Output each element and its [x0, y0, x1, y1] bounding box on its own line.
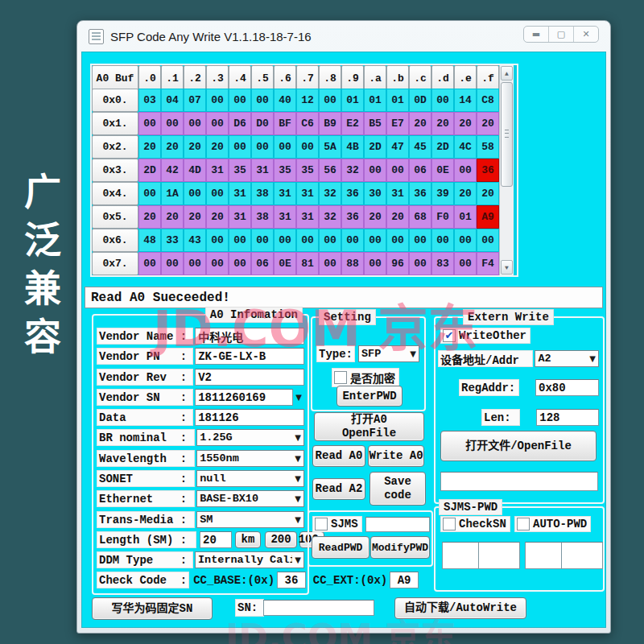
hex-cell[interactable]: 32: [319, 182, 341, 205]
hex-cell[interactable]: 20: [206, 205, 229, 229]
hex-cell[interactable]: 04: [161, 89, 184, 112]
chevron-down-icon[interactable]: ▼: [293, 393, 304, 402]
hex-cell[interactable]: C6: [296, 112, 319, 135]
hex-cell[interactable]: 20: [184, 205, 206, 229]
hex-cell[interactable]: 00: [296, 135, 319, 159]
hex-cell[interactable]: 32: [341, 159, 364, 182]
type-combobox[interactable]: SFP ▼: [358, 345, 419, 362]
hex-cell[interactable]: 31: [229, 205, 251, 229]
sn-input[interactable]: [263, 600, 374, 616]
hex-cell[interactable]: 00: [206, 112, 229, 135]
hex-cell[interactable]: 20: [364, 205, 386, 229]
field-combobox[interactable]: null▼: [196, 470, 304, 487]
encrypt-checkbox[interactable]: [334, 371, 347, 384]
hex-cell[interactable]: 36: [409, 182, 431, 205]
hex-cell[interactable]: 00: [409, 229, 431, 252]
read-a2-button[interactable]: Read A2: [312, 478, 365, 500]
close-icon[interactable]: ✕: [573, 27, 598, 42]
hex-cell[interactable]: 0E: [431, 159, 454, 182]
hex-cell[interactable]: 20: [184, 135, 206, 159]
read-pwd-button[interactable]: ReadPWD: [312, 536, 369, 559]
hex-cell[interactable]: 00: [386, 229, 409, 252]
hex-cell[interactable]: 00: [229, 89, 251, 112]
hex-cell[interactable]: 12: [296, 89, 319, 112]
field-combobox[interactable]: BASE-BX10▼: [196, 490, 304, 507]
minimize-icon[interactable]: ▬: [524, 27, 548, 42]
hex-cell[interactable]: 32: [319, 205, 341, 229]
field-input[interactable]: ZK-GE-LX-B: [195, 348, 304, 365]
hex-cell[interactable]: 58: [477, 135, 499, 159]
open-file-button[interactable]: 打开文件/OpenFile: [440, 431, 597, 461]
hex-cell[interactable]: 88: [341, 252, 364, 275]
hex-cell[interactable]: 4D: [184, 159, 206, 182]
hex-cell[interactable]: F0: [431, 205, 454, 229]
hex-cell[interactable]: A9: [477, 205, 499, 229]
maximize-icon[interactable]: ▢: [548, 27, 573, 42]
length-200-button[interactable]: 200: [265, 531, 297, 548]
hex-cell[interactable]: 20: [477, 182, 499, 205]
hex-cell[interactable]: 1A: [161, 182, 184, 205]
hex-cell[interactable]: C8: [477, 89, 499, 112]
hex-cell[interactable]: 0D: [409, 89, 431, 112]
hex-cell[interactable]: E7: [386, 112, 409, 135]
hex-cell[interactable]: 20: [161, 205, 184, 229]
hex-cell[interactable]: 20: [454, 182, 477, 205]
field-combobox[interactable]: 1550nm▼: [196, 450, 304, 467]
regaddr-input[interactable]: 0x80: [535, 379, 599, 396]
length-input[interactable]: 20: [200, 531, 232, 548]
hex-cell[interactable]: 48: [138, 229, 161, 252]
hex-cell[interactable]: 06: [251, 252, 274, 275]
hex-cell[interactable]: 4C: [454, 135, 477, 159]
hex-cell[interactable]: 35: [296, 159, 319, 182]
hex-cell[interactable]: 20: [206, 135, 229, 159]
hex-cell[interactable]: 42: [161, 159, 184, 182]
hex-cell[interactable]: 31: [251, 159, 274, 182]
hex-cell[interactable]: 38: [251, 205, 274, 229]
check-sn-checkbox[interactable]: [443, 518, 456, 530]
hex-cell[interactable]: 00: [206, 252, 229, 275]
hex-cell[interactable]: 31: [274, 205, 296, 229]
hex-cell[interactable]: 06: [409, 159, 431, 182]
sjms-input[interactable]: [365, 517, 430, 532]
hex-cell[interactable]: D0: [251, 112, 274, 135]
hex-cell[interactable]: 00: [409, 252, 431, 275]
hex-cell[interactable]: 00: [454, 252, 477, 275]
hex-cell[interactable]: 35: [274, 159, 296, 182]
auto-pwd-checkbox[interactable]: [517, 518, 530, 530]
field-input[interactable]: 181126: [195, 409, 304, 426]
scrollbar-thumb[interactable]: [501, 82, 513, 187]
write-a0-button[interactable]: Write A0: [368, 445, 424, 467]
hex-cell[interactable]: 31: [296, 205, 319, 229]
field-combobox[interactable]: SM▼: [196, 511, 304, 528]
hex-cell[interactable]: 43: [184, 229, 206, 252]
hex-cell[interactable]: 00: [206, 182, 229, 205]
open-a0-button[interactable]: 打开A0 OpenFile: [314, 412, 424, 441]
sjms-checkbox[interactable]: [315, 518, 328, 530]
hex-cell[interactable]: 31: [386, 182, 409, 205]
hex-cell[interactable]: 00: [184, 112, 206, 135]
hex-cell[interactable]: 00: [251, 89, 274, 112]
hex-cell[interactable]: 36: [477, 159, 499, 182]
hex-cell[interactable]: 36: [341, 205, 364, 229]
hex-cell[interactable]: 00: [431, 89, 454, 112]
hex-cell[interactable]: 00: [319, 89, 341, 112]
hex-cell[interactable]: BF: [274, 112, 296, 135]
hex-cell[interactable]: 00: [454, 229, 477, 252]
table-scrollbar[interactable]: ▲ ▼: [499, 65, 514, 275]
hex-cell[interactable]: 20: [409, 112, 431, 135]
extern-file-input[interactable]: [440, 472, 598, 491]
scroll-up-icon[interactable]: ▲: [501, 66, 513, 80]
sjms-checkbox-row[interactable]: SJMS: [312, 516, 362, 532]
hex-cell[interactable]: 31: [296, 182, 319, 205]
cc-base-input[interactable]: 36: [277, 572, 306, 588]
modify-pwd-button[interactable]: ModifyPWD: [370, 536, 430, 559]
hex-cell[interactable]: 39: [431, 182, 454, 205]
hex-cell[interactable]: 00: [364, 159, 386, 182]
hex-cell[interactable]: 01: [364, 89, 386, 112]
field-input[interactable]: 1811260169: [195, 389, 293, 406]
hex-cell[interactable]: 00: [319, 252, 341, 275]
hex-cell[interactable]: 30: [364, 182, 386, 205]
pwd-field-2[interactable]: [478, 542, 520, 569]
hex-cell[interactable]: 20: [161, 135, 184, 159]
hex-cell[interactable]: 20: [431, 112, 454, 135]
